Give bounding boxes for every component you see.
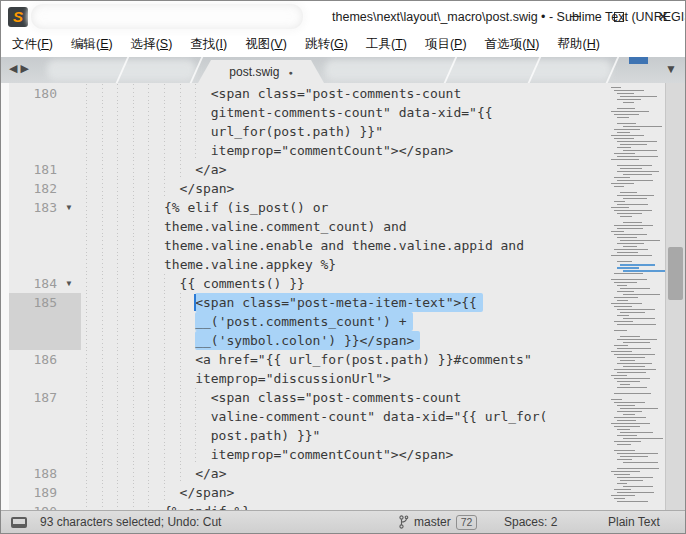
fold-arrow-icon[interactable]: ▼ bbox=[57, 274, 81, 293]
code-text-cell[interactable]: itemprop="commentCount"></span> bbox=[81, 445, 607, 464]
line-number bbox=[9, 255, 57, 274]
menu-item[interactable]: 编辑(E) bbox=[62, 32, 122, 57]
minimap-line bbox=[614, 114, 639, 115]
menu-item[interactable]: 选择(S) bbox=[122, 32, 182, 57]
minimap-line bbox=[623, 126, 662, 127]
tab-overflow-icon[interactable]: ▼ bbox=[665, 62, 677, 76]
code-text-cell[interactable]: {{ comments() }} bbox=[81, 274, 607, 293]
minimap-line bbox=[623, 294, 660, 295]
fold-gutter bbox=[57, 407, 81, 426]
tab-nav-arrows[interactable]: ◀▶ bbox=[9, 62, 32, 75]
code-line-row: theme.valine.comment_count) and bbox=[1, 217, 607, 236]
code-text-cell[interactable]: theme.valine.enable and theme.valine.app… bbox=[81, 236, 607, 255]
code-line-row: 190{% endif %} bbox=[1, 502, 607, 510]
fold-arrow-icon[interactable]: ▼ bbox=[57, 198, 81, 217]
line-number bbox=[9, 103, 57, 122]
minimap-line bbox=[617, 204, 648, 205]
code-text-cell[interactable]: url_for(post.path) }}" bbox=[81, 122, 607, 141]
menu-item[interactable]: 视图(V) bbox=[236, 32, 296, 57]
code-text: {{ comments() }} bbox=[180, 274, 305, 293]
line-number[interactable]: 189 bbox=[9, 483, 57, 502]
menu-item[interactable]: 跳转(G) bbox=[296, 32, 357, 57]
code-text-cell[interactable]: <span class="post-meta-item-text">{{ bbox=[81, 293, 607, 312]
minimap-line bbox=[620, 360, 635, 361]
code-text-cell[interactable]: valine-comment-count" data-xid="{{ url_f… bbox=[81, 407, 607, 426]
code-line-row: 186<a href="{{ url_for(post.path) }}#com… bbox=[1, 350, 607, 369]
line-number[interactable]: 181 bbox=[9, 160, 57, 179]
code-text-cell[interactable]: itemprop="discussionUrl"> bbox=[81, 369, 607, 388]
code-text-cell[interactable]: </a> bbox=[81, 464, 607, 483]
gutter bbox=[9, 445, 81, 464]
editor-area[interactable]: 180<span class="post-comments-countgitme… bbox=[1, 83, 685, 510]
minimap-line bbox=[614, 321, 633, 322]
gutter bbox=[9, 141, 81, 160]
indentation-status[interactable]: Spaces: 2 bbox=[504, 515, 557, 529]
minimap-line bbox=[614, 129, 640, 130]
tab-post-swig[interactable]: post.swig ● bbox=[198, 60, 324, 83]
code-text-cell[interactable]: </a> bbox=[81, 160, 607, 179]
menu-item[interactable]: 查找(I) bbox=[181, 32, 236, 57]
minimap-line bbox=[617, 237, 637, 238]
tab-redacted-right[interactable] bbox=[325, 60, 611, 80]
code-text-cell[interactable]: {% endif %} bbox=[81, 502, 607, 510]
minimap-line bbox=[620, 312, 645, 313]
code-text-cell[interactable]: post.path) }}" bbox=[81, 426, 607, 445]
code-text-cell[interactable]: </span> bbox=[81, 179, 607, 198]
code-text-cell[interactable]: <span class="post-comments-count bbox=[81, 388, 607, 407]
minimap-line bbox=[611, 111, 649, 112]
code-text-cell[interactable]: </span> bbox=[81, 483, 607, 502]
line-number[interactable]: 185 bbox=[9, 293, 57, 312]
menu-item[interactable]: 项目(P) bbox=[416, 32, 476, 57]
minimap-line bbox=[620, 144, 647, 145]
scrollbar-thumb[interactable] bbox=[668, 247, 683, 300]
minimap-line bbox=[614, 177, 630, 178]
line-number[interactable]: 188 bbox=[9, 464, 57, 483]
fold-gutter bbox=[57, 141, 81, 160]
minimap-line bbox=[614, 225, 653, 226]
vertical-scrollbar[interactable] bbox=[665, 83, 685, 510]
menu-item[interactable]: 帮助(H) bbox=[549, 32, 609, 57]
minimap-line bbox=[617, 357, 645, 358]
line-number[interactable]: 183 bbox=[9, 198, 57, 217]
menu-item[interactable]: 文件(F) bbox=[3, 32, 62, 57]
tab-forward-icon[interactable]: ▶ bbox=[20, 62, 31, 74]
menu-item[interactable]: 工具(T) bbox=[357, 32, 416, 57]
menu-item[interactable]: 首选项(N) bbox=[476, 32, 549, 57]
code-text: <a href="{{ url_for(post.path) }}#commen… bbox=[195, 350, 532, 369]
code-view[interactable]: 180<span class="post-comments-countgitme… bbox=[1, 84, 607, 510]
line-number[interactable]: 182 bbox=[9, 179, 57, 198]
line-number[interactable]: 186 bbox=[9, 350, 57, 369]
syntax-status[interactable]: Plain Text bbox=[608, 515, 660, 529]
code-text-cell[interactable]: gitment-comments-count" data-xid="{{ bbox=[81, 103, 607, 122]
panel-toggle-icon[interactable] bbox=[11, 517, 27, 528]
minimap-line bbox=[617, 387, 647, 388]
git-branch-name: master bbox=[414, 515, 451, 529]
line-number[interactable]: 187 bbox=[9, 388, 57, 407]
line-number[interactable]: 180 bbox=[9, 84, 57, 103]
code-text-cell[interactable]: __('post.comments_count') + bbox=[81, 312, 607, 331]
code-text-cell[interactable]: theme.valine.appkey %} bbox=[81, 255, 607, 274]
git-branch-status[interactable]: master 72 bbox=[399, 515, 477, 530]
minimap-line bbox=[620, 456, 648, 457]
code-text-cell[interactable]: {% elif (is_post() or bbox=[81, 198, 607, 217]
minimap-line bbox=[614, 354, 655, 355]
minimap-line bbox=[614, 210, 652, 211]
minimap-line bbox=[617, 468, 659, 469]
code-text: url_for(post.path) }}" bbox=[211, 122, 383, 141]
code-text-cell[interactable]: <a href="{{ url_for(post.path) }}#commen… bbox=[81, 350, 607, 369]
code-text-cell[interactable]: itemprop="commentCount"></span> bbox=[81, 141, 607, 160]
minimap-line bbox=[614, 402, 645, 403]
code-text-cell[interactable]: __('symbol.colon') }}</span> bbox=[81, 331, 607, 350]
fold-gutter bbox=[57, 179, 81, 198]
line-number[interactable]: 190 bbox=[9, 502, 57, 510]
minimap-line bbox=[614, 249, 648, 250]
minimap-line bbox=[614, 273, 643, 274]
code-text-cell[interactable]: theme.valine.comment_count) and bbox=[81, 217, 607, 236]
code-text-cell[interactable]: <span class="post-comments-count bbox=[81, 84, 607, 103]
tab-back-icon[interactable]: ◀ bbox=[9, 62, 20, 74]
minimap[interactable] bbox=[607, 83, 665, 510]
line-number[interactable]: 184 bbox=[9, 274, 57, 293]
minimap-line bbox=[614, 90, 644, 91]
code-line-row: gitment-comments-count" data-xid="{{ bbox=[1, 103, 607, 122]
minimap-line bbox=[611, 423, 650, 424]
